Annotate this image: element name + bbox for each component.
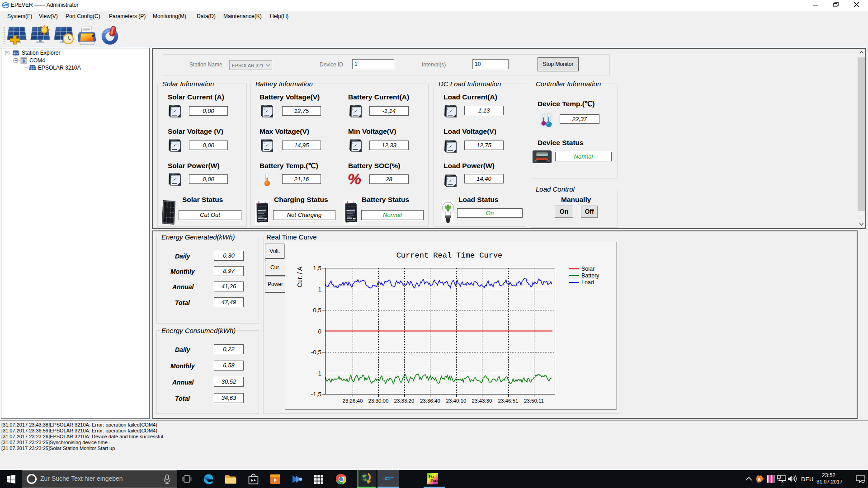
svg-text:1: 1 [318, 286, 321, 293]
svg-text:-1,5: -1,5 [311, 391, 321, 398]
svg-text:23:43:30: 23:43:30 [472, 398, 492, 404]
svg-text:0: 0 [318, 328, 321, 335]
svg-text:Fix: Fix [429, 474, 434, 479]
svg-text:a: a [758, 477, 761, 482]
svg-text:Load: Load [581, 279, 594, 286]
svg-text:Current Real Time Curve: Current Real Time Curve [396, 251, 503, 260]
svg-text:23:26:40: 23:26:40 [343, 398, 363, 404]
svg-text:0,5: 0,5 [313, 307, 321, 314]
svg-text:Cur. / A: Cur. / A [296, 266, 303, 287]
svg-text:Foto: Foto [430, 479, 438, 483]
svg-text:23:36:40: 23:36:40 [420, 398, 440, 404]
svg-text:Solar: Solar [581, 266, 594, 272]
svg-text:1,5: 1,5 [313, 265, 321, 272]
svg-text:-0,5: -0,5 [311, 349, 321, 356]
svg-text:BUS: BUS [4, 5, 8, 7]
svg-text:23:50:11: 23:50:11 [524, 398, 544, 404]
svg-text:23:46:51: 23:46:51 [498, 398, 519, 404]
svg-text:23:33:20: 23:33:20 [394, 398, 415, 404]
svg-text:Battery: Battery [581, 272, 599, 279]
svg-text:23:40:10: 23:40:10 [446, 398, 467, 404]
svg-text:-1: -1 [316, 370, 321, 377]
svg-text:23:30:00: 23:30:00 [368, 398, 389, 404]
svg-text:%: % [347, 171, 361, 187]
